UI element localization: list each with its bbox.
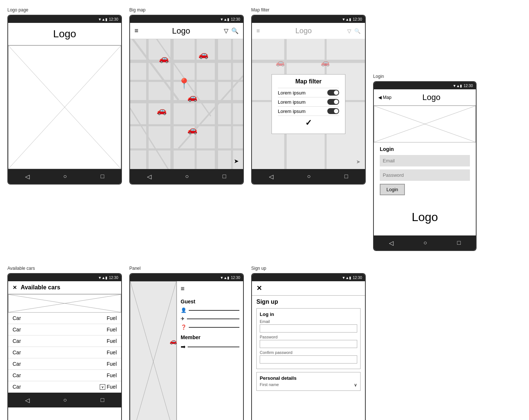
back-icon-login[interactable]: ◁ bbox=[389, 240, 393, 247]
panel-item-line-2 bbox=[187, 319, 239, 319]
filter-icon-mapfilter: ▽ bbox=[347, 28, 351, 34]
toggle-3[interactable] bbox=[327, 108, 339, 114]
car-row-1[interactable]: Car Fuel bbox=[8, 313, 121, 324]
home-icon-bigmap[interactable]: ○ bbox=[185, 173, 189, 180]
panel-signin-icon: ➡ bbox=[181, 343, 185, 350]
panel-guest-item-3[interactable]: ❓ bbox=[181, 324, 239, 330]
login-logo: Logo bbox=[374, 199, 476, 235]
car-icon-4: 🚗 bbox=[157, 106, 167, 116]
status-time-logo: 12:30 bbox=[109, 17, 118, 21]
email-input[interactable] bbox=[380, 155, 470, 166]
panel-guest-item-2[interactable]: ✈ bbox=[181, 316, 239, 321]
status-time-signup: 12:30 bbox=[353, 276, 362, 280]
status-time-panel: 12:30 bbox=[231, 276, 240, 280]
bottom-nav-logo: ◁ ○ □ bbox=[8, 169, 121, 184]
recent-icon-login[interactable]: □ bbox=[457, 240, 461, 246]
recent-icon-avail[interactable]: □ bbox=[101, 397, 105, 403]
signup-email-label: Email bbox=[260, 319, 357, 324]
car-row-2[interactable]: Car Fuel bbox=[8, 324, 121, 335]
search-icon-bigmap[interactable]: 🔍 bbox=[231, 27, 239, 34]
car-icon-2: 🚗 bbox=[198, 50, 208, 59]
signup-personal-title: Personal details bbox=[260, 375, 357, 381]
signup-close-icon[interactable]: ✕ bbox=[252, 281, 365, 296]
login-phone: ▼▲▮ 12:30 ◀ Map Logo Login bbox=[373, 81, 477, 251]
available-cars-phone: ▼▲▮ 12:30 ✕ Available cars Car Fuel bbox=[7, 273, 122, 420]
panel-member-item-1[interactable]: ➡ bbox=[181, 343, 239, 350]
panel-item-line-3 bbox=[189, 327, 239, 328]
svg-line-27 bbox=[130, 282, 176, 420]
fuel-label-4: Fuel bbox=[107, 350, 117, 355]
car-row-5[interactable]: Car Fuel bbox=[8, 358, 121, 370]
bottom-nav-login: ◁ ○ □ bbox=[374, 235, 476, 250]
svg-rect-12 bbox=[231, 39, 233, 169]
bottom-nav-mapfilter: ◁ ○ □ bbox=[252, 169, 365, 184]
back-icon-avail[interactable]: ◁ bbox=[25, 397, 30, 404]
home-icon-logo[interactable]: ○ bbox=[63, 173, 67, 180]
big-map-label: Big map bbox=[129, 7, 244, 13]
signup-login-section: Log in Email Password Confirm password bbox=[256, 308, 361, 369]
car-row-7[interactable]: Car ∨ Fuel bbox=[8, 381, 121, 393]
logo-page-phone: ▼▲▮ 12:30 Logo ◁ ○ □ bbox=[7, 15, 122, 185]
signup-personal-section: Personal details First name ∨ bbox=[256, 372, 361, 391]
panel-nav-icon: ✈ bbox=[181, 316, 185, 321]
panel-user-icon: 👤 bbox=[181, 307, 187, 313]
filter-confirm-check[interactable]: ✓ bbox=[305, 118, 312, 127]
back-icon-bigmap[interactable]: ◁ bbox=[147, 173, 151, 180]
avail-close-icon[interactable]: ✕ bbox=[13, 285, 17, 290]
car-icon-3: 🚗 bbox=[187, 93, 197, 102]
avail-cars-header: ✕ Available cars bbox=[8, 281, 121, 294]
toggle-1[interactable] bbox=[327, 90, 339, 96]
map-filter-dialog: Map filter Lorem ipsum Lorem ipsum Lorem… bbox=[272, 74, 345, 134]
svg-line-26 bbox=[130, 282, 176, 420]
bigmap-title: Logo bbox=[172, 26, 190, 36]
car-row-4[interactable]: Car Fuel bbox=[8, 347, 121, 358]
logo-placeholder-image bbox=[8, 45, 121, 169]
panel-menu-icon[interactable]: ≡ bbox=[181, 285, 239, 293]
back-icon-logo[interactable]: ◁ bbox=[25, 173, 30, 180]
car-row-3[interactable]: Car Fuel bbox=[8, 335, 121, 347]
back-icon-mapfilter[interactable]: ◁ bbox=[269, 173, 273, 180]
panel-guest-item-1[interactable]: 👤 bbox=[181, 307, 239, 313]
car-label-3: Car bbox=[13, 338, 21, 344]
fuel-label-5: Fuel bbox=[107, 361, 117, 367]
signup-password-input[interactable] bbox=[260, 340, 357, 348]
car-bg-1: 🚗 bbox=[276, 58, 285, 67]
home-icon-login[interactable]: ○ bbox=[423, 240, 427, 246]
panel-car-icon: 🚗 bbox=[170, 338, 177, 345]
recent-icon-mapfilter[interactable]: □ bbox=[345, 173, 348, 180]
filter-icon-bigmap[interactable]: ▽ bbox=[224, 27, 228, 34]
location-arrow-bigmap[interactable]: ➤ bbox=[234, 158, 239, 165]
panel-sidebar: ≡ Guest 👤 ✈ ❓ bbox=[177, 281, 243, 420]
svg-rect-10 bbox=[195, 39, 197, 169]
mapfilter-title: Logo bbox=[295, 27, 312, 35]
menu-icon-bigmap[interactable]: ≡ bbox=[134, 27, 139, 35]
fuel-label-7: Fuel bbox=[107, 384, 117, 390]
home-icon-mapfilter[interactable]: ○ bbox=[307, 173, 311, 180]
logo-title: Logo bbox=[8, 23, 121, 45]
home-icon-avail[interactable]: ○ bbox=[63, 397, 67, 403]
toggle-2[interactable] bbox=[327, 99, 339, 105]
recent-icon-bigmap[interactable]: □ bbox=[223, 173, 226, 180]
chevron-down-icon-avail[interactable]: ∨ bbox=[100, 384, 105, 390]
login-button[interactable]: Login bbox=[380, 184, 405, 195]
bigmap-navbar: ≡ Logo ▽ 🔍 bbox=[130, 23, 243, 39]
recent-icon-logo[interactable]: □ bbox=[101, 173, 105, 180]
chevron-down-icon-signup[interactable]: ∨ bbox=[354, 382, 357, 388]
status-bar-avail: ▼▲▮ 12:30 bbox=[8, 274, 121, 281]
signup-firstname-label: First name bbox=[260, 382, 279, 387]
filter-label-3: Lorem ipsum bbox=[278, 109, 306, 114]
panel-item-line-4 bbox=[188, 347, 239, 347]
car-label-6: Car bbox=[13, 372, 21, 378]
avail-map-image bbox=[8, 294, 121, 313]
login-back-button[interactable]: ◀ Map bbox=[378, 95, 392, 100]
menu-icon-mapfilter: ≡ bbox=[256, 28, 260, 34]
car-row-6[interactable]: Car Fuel bbox=[8, 370, 121, 381]
panel-member-title: Member bbox=[181, 334, 239, 340]
login-navbar: ◀ Map Logo bbox=[374, 89, 476, 106]
fuel-label-3: Fuel bbox=[107, 338, 117, 344]
password-input[interactable] bbox=[380, 169, 470, 181]
logo-page-label: Logo page bbox=[7, 7, 122, 13]
login-screen-label: Login bbox=[373, 74, 477, 79]
signup-email-input[interactable] bbox=[260, 324, 357, 333]
signup-confirm-input[interactable] bbox=[260, 355, 357, 364]
